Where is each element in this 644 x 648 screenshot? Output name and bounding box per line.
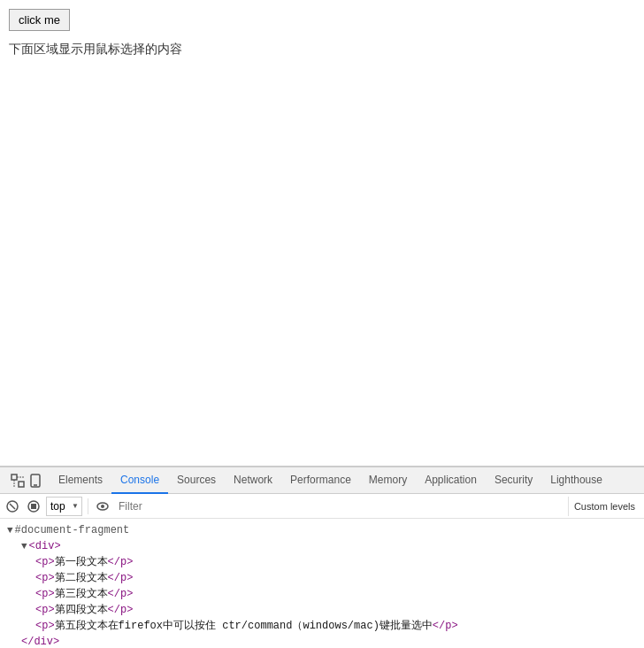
tab-sources[interactable]: Sources	[168, 467, 225, 494]
selection-label: 下面区域显示用鼠标选择的内容	[9, 42, 635, 58]
svg-rect-0	[12, 474, 17, 480]
svg-rect-9	[31, 504, 36, 509]
eye-icon[interactable]	[94, 498, 111, 515]
devtools-icons	[4, 472, 50, 490]
div-open-tag: <div>	[29, 539, 61, 553]
tab-elements[interactable]: Elements	[50, 467, 111, 494]
toolbar-left-icons	[4, 498, 42, 515]
mobile-icon[interactable]	[27, 472, 44, 490]
stop-icon[interactable]	[25, 498, 42, 515]
console-line-p2: <p>第二段文本</p>	[0, 570, 644, 586]
p1-tag: <p>	[35, 555, 55, 569]
tab-memory[interactable]: Memory	[360, 467, 416, 494]
p5-text: 第五段文本在firefox中可以按住 ctr/command（windows/m…	[55, 619, 433, 633]
devtools-panel: Elements Console Sources Network Perform…	[0, 467, 644, 648]
div-close-tag: </div>	[21, 635, 59, 648]
svg-line-7	[10, 504, 15, 509]
p4-text: 第四段文本	[55, 603, 108, 617]
inspect-icon[interactable]	[9, 472, 27, 490]
main-page-area: click me 下面区域显示用鼠标选择的内容	[0, 0, 644, 467]
filter-input[interactable]	[115, 497, 564, 516]
context-selector-wrapper: top	[46, 497, 82, 516]
console-line-div-open: <div>	[0, 538, 644, 554]
tab-lighthouse[interactable]: Lighthouse	[541, 467, 611, 494]
devtools-tabs-bar: Elements Console Sources Network Perform…	[0, 467, 644, 494]
svg-point-11	[101, 505, 104, 508]
tab-console[interactable]: Console	[111, 467, 168, 494]
svg-rect-1	[19, 482, 24, 487]
context-select[interactable]: top	[46, 497, 82, 516]
p5-tag: <p>	[35, 619, 55, 633]
p4-close-tag: </p>	[108, 603, 134, 617]
console-line-p1: <p>第一段文本</p>	[0, 554, 644, 570]
fragment-label: #document-fragment	[15, 523, 130, 537]
p4-tag: <p>	[35, 603, 55, 617]
p1-text: 第一段文本	[55, 555, 108, 569]
clear-console-button[interactable]	[4, 498, 21, 515]
toolbar-divider	[88, 498, 88, 514]
p3-tag: <p>	[35, 587, 55, 601]
console-content: #document-fragment <div> <p>第一段文本</p> <p…	[0, 519, 644, 648]
p3-text: 第三段文本	[55, 587, 108, 601]
custom-levels-button[interactable]: Custom levels	[568, 497, 640, 516]
click-me-button[interactable]: click me	[9, 9, 70, 31]
console-line-p4: <p>第四段文本</p>	[0, 602, 644, 618]
console-line-fragment: #document-fragment	[0, 522, 644, 538]
console-line-div-close: </div>	[0, 634, 644, 648]
tab-performance[interactable]: Performance	[281, 467, 360, 494]
p3-close-tag: </p>	[108, 587, 134, 601]
p5-close-tag: </p>	[433, 619, 458, 633]
tab-application[interactable]: Application	[416, 467, 486, 494]
console-line-p3: <p>第三段文本</p>	[0, 586, 644, 602]
expand-fragment-arrow[interactable]	[7, 523, 13, 537]
tab-network[interactable]: Network	[225, 467, 281, 494]
console-line-p5: <p>第五段文本在firefox中可以按住 ctr/command（window…	[0, 618, 644, 634]
tab-security[interactable]: Security	[486, 467, 541, 494]
expand-div-arrow[interactable]	[21, 539, 27, 553]
p1-close-tag: </p>	[108, 555, 134, 569]
p2-tag: <p>	[35, 571, 55, 585]
console-toolbar: top Custom levels	[0, 494, 644, 519]
p2-close-tag: </p>	[108, 571, 134, 585]
p2-text: 第二段文本	[55, 571, 108, 585]
